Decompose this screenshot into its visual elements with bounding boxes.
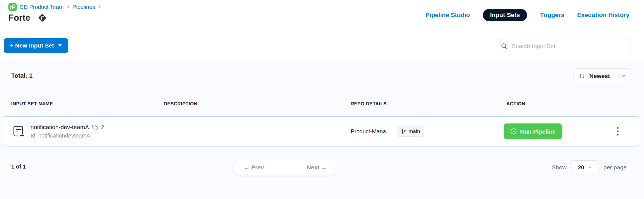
toolbar: + New Input Set <box>0 30 644 60</box>
breadcrumb: CD Product Team > Pipelines > <box>8 3 101 11</box>
tab-input-sets[interactable]: Input Sets <box>483 9 527 21</box>
sort-arrows-icon <box>579 73 585 79</box>
show-label: Show <box>552 164 567 171</box>
input-set-name-cell: notification-dev-teamA 2 Id: notificatio… <box>13 117 104 146</box>
input-set-list-area: Total: 1 Newest INPUT SET NAME DESCRIPTI… <box>0 61 644 199</box>
pager: ← Prev 1 Next → <box>234 159 337 176</box>
cd-module-icon <box>8 3 17 11</box>
chevron-down-icon <box>621 74 626 78</box>
pipeline-tabs: Pipeline Studio Input Sets Triggers Exec… <box>426 9 629 21</box>
breadcrumb-separator: > <box>98 4 101 10</box>
page-size-control: Show 20 per page <box>552 159 627 176</box>
tag-count: 2 <box>101 124 104 131</box>
column-header-description: DESCRIPTION <box>164 101 198 107</box>
tab-execution-history[interactable]: Execution History <box>577 11 629 19</box>
breadcrumb-project-link[interactable]: CD Product Team <box>20 4 64 10</box>
column-header-repo-details: REPO DETAILS <box>351 101 387 107</box>
tab-triggers[interactable]: Triggers <box>540 11 564 19</box>
page-summary: 1 of 1 <box>11 164 26 170</box>
column-header-input-set-name: INPUT SET NAME <box>11 101 53 107</box>
page-header: CD Product Team > Pipelines > Forte Pipe… <box>0 0 644 30</box>
sort-dropdown[interactable]: Newest <box>573 68 631 83</box>
total-count: Total: 1 <box>11 72 33 79</box>
page-size-value: 20 <box>578 164 584 171</box>
new-input-set-button[interactable]: + New Input Set <box>4 38 68 53</box>
sort-value: Newest <box>589 73 610 79</box>
input-set-name: notification-dev-teamA <box>30 124 89 131</box>
tab-pipeline-studio[interactable]: Pipeline Studio <box>426 11 470 19</box>
repo-name: Product-Mana... <box>351 128 391 135</box>
tag-icon <box>92 124 98 131</box>
per-page-label: per page <box>603 164 627 171</box>
name-stack: notification-dev-teamA 2 Id: notificatio… <box>30 124 104 139</box>
run-pipeline-button[interactable]: Run Pipeline <box>504 124 562 139</box>
search-icon <box>500 42 508 50</box>
breadcrumb-pipelines-link[interactable]: Pipelines <box>72 4 95 10</box>
new-input-set-label: + New Input Set <box>10 42 54 49</box>
prev-page-button[interactable]: ← Prev <box>234 159 274 176</box>
search-box <box>496 39 631 53</box>
chevron-down-icon <box>587 165 592 170</box>
play-circle-icon <box>510 128 517 135</box>
input-set-icon <box>13 125 24 138</box>
branch-badge: main <box>397 126 424 137</box>
git-sync-icon <box>37 13 47 23</box>
next-page-button[interactable]: Next → <box>297 159 337 176</box>
column-header-action: ACTION <box>506 101 525 107</box>
input-set-id: Id: notificationdevteamA <box>30 132 104 139</box>
git-branch-icon <box>401 129 406 134</box>
page-size-select[interactable]: 20 <box>572 160 598 174</box>
branch-name: main <box>408 128 420 134</box>
breadcrumb-separator: > <box>66 4 69 10</box>
repo-details-cell: Product-Mana... main <box>351 117 424 146</box>
run-pipeline-label: Run Pipeline <box>520 128 556 135</box>
chevron-down-icon <box>58 44 62 47</box>
row-menu-kebab-icon[interactable] <box>614 125 622 138</box>
input-set-row[interactable]: notification-dev-teamA 2 Id: notificatio… <box>4 116 640 146</box>
input-sets-page: CD Product Team > Pipelines > Forte Pipe… <box>0 0 644 199</box>
title-row: Forte <box>8 13 47 23</box>
current-page-button[interactable]: 1 <box>274 159 297 176</box>
search-input[interactable] <box>511 42 626 50</box>
page-title: Forte <box>8 13 30 23</box>
